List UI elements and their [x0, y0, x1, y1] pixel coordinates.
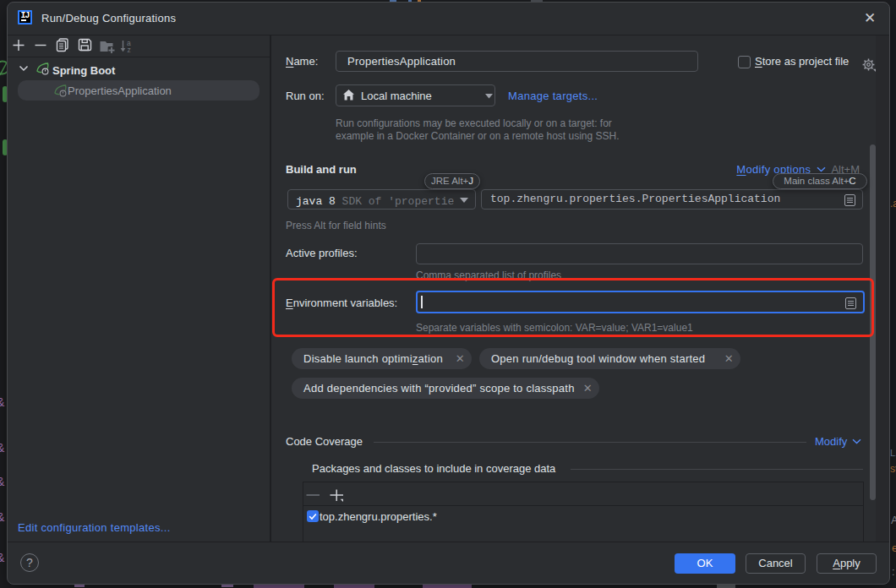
svg-text:z: z	[128, 46, 131, 54]
